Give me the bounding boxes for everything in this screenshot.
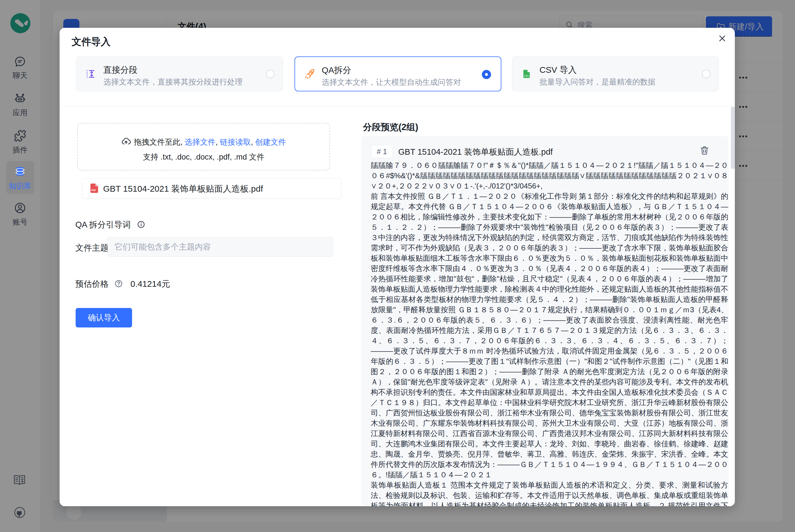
svg-text:CSV: CSV — [524, 75, 529, 77]
svg-text:PDF: PDF — [91, 189, 96, 192]
